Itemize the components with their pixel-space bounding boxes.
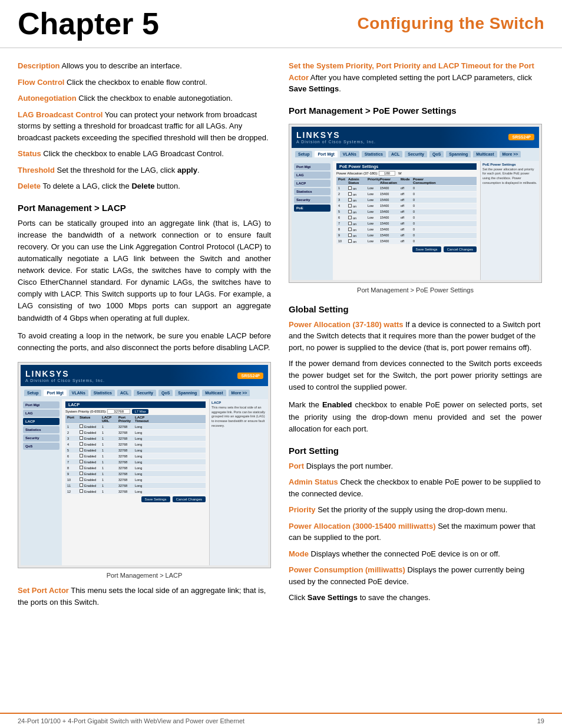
poe-nav-setup[interactable]: Setup — [295, 151, 312, 157]
sidebar-lacp[interactable]: LACP — [23, 418, 59, 425]
poe-linksys-main: PoE Power Settings Power Allocation (37-… — [333, 161, 480, 280]
poe-nav-port-mgt[interactable]: Port Mgt — [315, 151, 337, 157]
page-title: Configuring the Switch — [159, 14, 544, 33]
sidebar-qos[interactable]: QoS — [23, 443, 59, 450]
nav-qos[interactable]: QoS — [158, 390, 173, 396]
poe-th-mode: Mode — [401, 177, 411, 185]
description-term: Description — [18, 61, 60, 70]
table-row: 9onLow15400off0 — [336, 233, 477, 238]
sidebar-port-mgt[interactable]: Port Mgt — [23, 401, 59, 409]
poe-sidebar-lacp[interactable]: LACP — [294, 180, 330, 187]
nav-port-management[interactable]: Port Mgt — [44, 390, 66, 396]
poe-sidebar-port-mgt[interactable]: Port Mgt — [294, 163, 330, 170]
poe-th-admin: Admin Status — [348, 177, 366, 185]
threshold-term: Threshold — [18, 166, 55, 174]
poe-nav-acl[interactable]: ACL — [388, 151, 402, 157]
mode-term: Mode — [289, 549, 309, 558]
poe-nav-spanning[interactable]: Spanning — [446, 151, 471, 157]
poe-right-panel: PoE Power Settings Set the power allocat… — [480, 161, 539, 280]
poe-th-port: Port — [338, 177, 346, 185]
port-setting-heading: Port Setting — [289, 446, 542, 456]
table-row: 1onLow15400off0 — [336, 186, 477, 191]
delete-item: Delete To delete a LAG, click the Delete… — [18, 180, 271, 192]
th-url: LACP URL — [102, 416, 117, 423]
threshold-item: Threshold Set the threshold for the LAG,… — [18, 164, 271, 176]
lacp-table-header: Port Status LACP URL Port Priority LACP … — [65, 415, 206, 423]
nav-acl[interactable]: ACL — [117, 390, 131, 396]
page-footer: 24-Port 10/100 + 4-Port Gigabit Switch w… — [0, 713, 562, 728]
linksys-sidebar: Port Mgt LAG LACP Statistics Security Qo… — [21, 399, 62, 565]
poe-nav-multicast[interactable]: Multicast — [473, 151, 497, 157]
poe-nav-security[interactable]: Security — [405, 151, 427, 157]
status-term: Status — [18, 149, 41, 158]
nav-vlans[interactable]: VLANs — [69, 390, 88, 396]
status-text: Click the checkbox to enable LAG Broadca… — [43, 149, 223, 158]
poe-sidebar-lag[interactable]: LAG — [294, 172, 330, 179]
poe-linksys-content: Port Mgt LAG LACP Statistics Security Po… — [292, 161, 539, 280]
mode-item: Mode Displays whether the connected PoE … — [289, 548, 542, 560]
linksys-logo-text: LINKSYS — [25, 369, 70, 378]
poe-power-allocation-term: Power Allocation (3000-15400 milliwatts) — [289, 522, 436, 531]
poe-model-pill: SRSS24P — [508, 134, 534, 140]
set-system-priority-period: . — [339, 84, 341, 93]
description-item: Description Allows you to describe an in… — [18, 60, 271, 72]
table-row: 3onLow15400off0 — [336, 197, 477, 203]
table-row: 4Enabled132768Long — [65, 442, 206, 447]
sidebar-lag[interactable]: LAG — [23, 410, 59, 417]
footer-right: 19 — [537, 717, 544, 724]
table-row: 10onLow15400off0 — [336, 239, 477, 244]
table-row: 9Enabled132768Long — [65, 471, 206, 476]
poe-nav-vlans[interactable]: VLANs — [340, 151, 359, 157]
table-row: 12Enabled132768Long — [65, 489, 206, 494]
set-port-actor-item: Set Port Actor This menu sets the local … — [18, 585, 271, 608]
port-term: Port — [289, 462, 304, 470]
delete-text: To delete a LAG, click the — [42, 182, 131, 190]
poe-nav-stats[interactable]: Statistics — [362, 151, 386, 157]
table-row: 6Enabled132768Long — [65, 453, 206, 459]
poe-nav-more[interactable]: More >> — [500, 151, 521, 157]
nav-setup[interactable]: Setup — [24, 390, 41, 396]
power-allocation-item: Power Allocation (37-180) watts If a dev… — [289, 319, 542, 354]
right-panel-title: LACP — [211, 401, 266, 404]
poe-logo-sub: A Division of Cisco Systems, Inc. — [296, 140, 376, 144]
set-port-actor-term: Set Port Actor — [18, 586, 69, 595]
admin-status-item: Admin Status Check the checkbox to enabl… — [289, 476, 542, 499]
th-priority: Port Priority — [118, 416, 133, 423]
sidebar-sec[interactable]: Security — [23, 434, 59, 442]
th-port: Port — [67, 416, 78, 423]
table-row: 8Enabled132768Long — [65, 465, 206, 470]
poe-nav-qos[interactable]: QoS — [429, 151, 444, 157]
nav-more[interactable]: More >> — [229, 390, 250, 396]
nav-security[interactable]: Security — [134, 390, 156, 396]
poe-cancel-changes-btn[interactable]: Cancel Changes — [444, 246, 477, 252]
table-row: 7Enabled132768Long — [65, 459, 206, 465]
lacp-caption: Port Management > LACP — [18, 572, 271, 579]
poe-th-allocation: Power Allocation — [380, 177, 399, 185]
th-timeout: LACP Timeout — [135, 416, 147, 423]
model-pill: SRSS24P — [237, 373, 263, 379]
poe-sidebar-stats[interactable]: Statistics — [294, 188, 330, 195]
poe-save-settings-btn[interactable]: Save Settings — [412, 246, 441, 252]
poe-title: PoE Power Settings — [336, 163, 477, 170]
poe-section-heading: Port Management > PoE Power Settings — [289, 106, 542, 116]
chapter-title: Chapter 5 — [18, 6, 159, 41]
cancel-changes-btn[interactable]: Cancel Changes — [173, 496, 206, 502]
poe-sidebar-sec[interactable]: Security — [294, 196, 330, 203]
lag-broadcast-item: LAG Broadcast Control You can protect yo… — [18, 109, 271, 144]
poe-right: SRSS24P — [508, 134, 534, 140]
nav-statistics[interactable]: Statistics — [91, 390, 115, 396]
autonegotiation-item: Autonegotiation Click the checkbox to en… — [18, 93, 271, 104]
th-status: Status — [80, 416, 100, 423]
left-column: Description Allows you to describe an in… — [18, 60, 271, 612]
delete-bold: Delete — [131, 182, 154, 190]
save-settings-text: Click Save Settings to save the changes. — [289, 592, 542, 604]
flow-control-text: Click the checkbox to enable flow contro… — [67, 78, 207, 87]
save-settings-btn[interactable]: Save Settings — [141, 496, 170, 502]
poe-sidebar-poe[interactable]: PoE — [294, 205, 330, 212]
threshold-period: . — [197, 166, 200, 174]
table-row: 10Enabled132768Long — [65, 477, 206, 482]
table-row: 6onLow15400off0 — [336, 215, 477, 220]
nav-spanning[interactable]: Spanning — [175, 390, 200, 396]
sidebar-stats[interactable]: Statistics — [23, 426, 59, 433]
nav-multicast[interactable]: Multicast — [202, 390, 226, 396]
